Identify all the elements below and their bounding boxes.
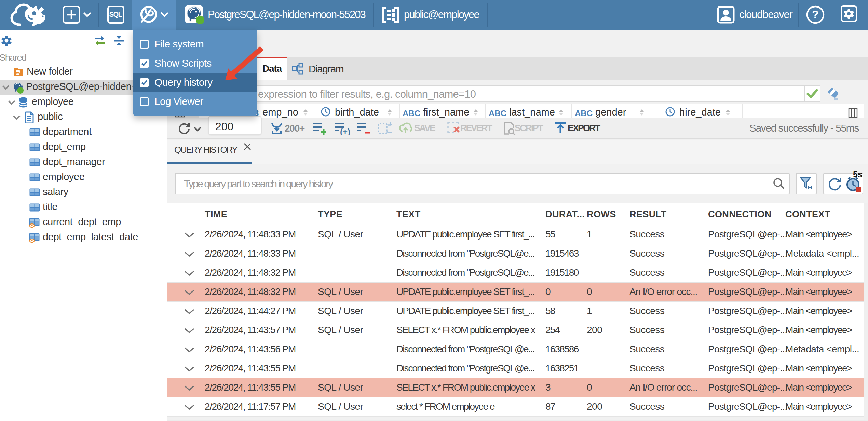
svg-text:(+): (+) <box>340 127 350 135</box>
svg-text:?: ? <box>812 8 819 21</box>
